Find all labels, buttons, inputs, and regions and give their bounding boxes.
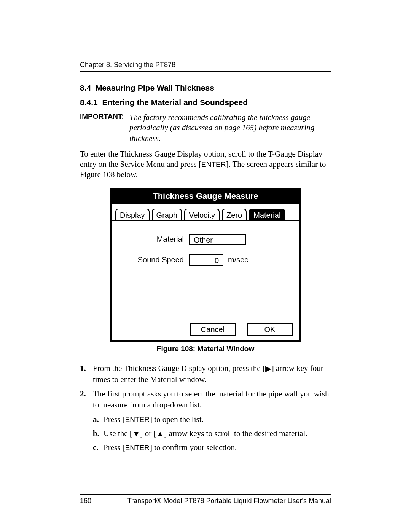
device-body: Material Other Sound Speed 0 m/sec — [112, 221, 299, 318]
step-2b-marker: b. — [93, 428, 104, 439]
subsection-heading: 8.4.1 Entering the Material and Soundspe… — [80, 98, 331, 107]
device-screen: Thickness Gauge Measure Display Graph Ve… — [110, 188, 301, 342]
key-enter-2a: ENTER — [125, 415, 150, 423]
tab-material[interactable]: Material — [249, 209, 285, 220]
subsection-title: Entering the Material and Soundspeed — [102, 98, 248, 107]
step-1: 1. From the Thickness Gauge Display opti… — [80, 363, 331, 385]
tab-velocity[interactable]: Velocity — [184, 209, 220, 220]
section-title: Measuring Pipe Wall Thickness — [96, 83, 214, 92]
step-2a-marker: a. — [93, 414, 104, 425]
soundspeed-input[interactable]: 0 — [189, 254, 223, 266]
tab-display[interactable]: Display — [115, 209, 150, 220]
tab-graph[interactable]: Graph — [152, 209, 182, 220]
key-enter-2c: ENTER — [125, 444, 150, 452]
step-2a-text-a: Press [ — [104, 415, 125, 424]
soundspeed-unit: m/sec — [228, 256, 248, 264]
section-heading: 8.4 Measuring Pipe Wall Thickness — [80, 83, 331, 93]
ok-button[interactable]: OK — [247, 323, 293, 336]
footer-title: Transport® Model PT878 Portable Liquid F… — [127, 497, 331, 505]
material-label: Material — [119, 235, 189, 244]
step-2c: c. Press [ENTER] to confirm your selecti… — [93, 442, 331, 453]
top-rule — [80, 71, 331, 72]
step-2b-text-a: Use the [ — [104, 429, 132, 438]
step-2-marker: 2. — [80, 388, 93, 456]
up-arrow-icon: ▲ — [156, 428, 164, 439]
page-number: 160 — [80, 497, 91, 505]
step-1-text-a: From the Thickness Gauge Display option,… — [93, 364, 265, 373]
steps-list: 1. From the Thickness Gauge Display opti… — [80, 363, 331, 456]
figure-caption: Figure 108: Material Window — [157, 345, 254, 353]
intro-paragraph: To enter the Thickness Gauge Display opt… — [80, 149, 331, 180]
page-footer: 160 Transport® Model PT878 Portable Liqu… — [80, 497, 331, 505]
step-2c-marker: c. — [93, 442, 104, 453]
bottom-rule — [80, 494, 331, 495]
figure-108: Thickness Gauge Measure Display Graph Ve… — [80, 188, 331, 353]
important-note: IMPORTANT: The factory recommends calibr… — [80, 112, 331, 144]
field-material: Material Other — [119, 234, 292, 245]
important-text: The factory recommends calibrating the t… — [129, 112, 331, 144]
cancel-button[interactable]: Cancel — [190, 323, 236, 336]
step-2-sublist: a. Press [ENTER] to open the list. b. Us… — [93, 414, 331, 453]
device-title: Thickness Gauge Measure — [112, 189, 299, 204]
material-select[interactable]: Other — [189, 234, 246, 245]
device-tabs: Display Graph Velocity Zero Material — [112, 206, 299, 221]
subsection-number: 8.4.1 — [80, 98, 98, 107]
step-2: 2. The first prompt asks you to select t… — [80, 388, 331, 456]
running-head: Chapter 8. Servicing the PT878 — [80, 61, 331, 69]
soundspeed-label: Sound Speed — [119, 256, 189, 264]
step-2a-text-b: ] to open the list. — [150, 415, 204, 424]
step-2b-text-b: ] or [ — [140, 429, 156, 438]
device-buttons: Cancel OK — [112, 318, 299, 340]
down-arrow-icon: ▼ — [132, 428, 140, 439]
important-label: IMPORTANT: — [80, 112, 129, 144]
step-1-marker: 1. — [80, 363, 93, 385]
right-arrow-icon: ▶ — [265, 363, 271, 374]
step-2-text: The first prompt asks you to select the … — [93, 389, 329, 409]
key-enter: ENTER — [201, 160, 226, 168]
step-2b: b. Use the [▼] or [▲] arrow keys to scro… — [93, 428, 331, 439]
step-2c-text-a: Press [ — [104, 443, 125, 452]
field-soundspeed: Sound Speed 0 m/sec — [119, 254, 292, 266]
step-2a: a. Press [ENTER] to open the list. — [93, 414, 331, 425]
step-2b-text-c: ] arrow keys to scroll to the desired ma… — [164, 429, 307, 438]
step-2c-text-b: ] to confirm your selection. — [150, 443, 237, 452]
page-content: Chapter 8. Servicing the PT878 8.4 Measu… — [80, 61, 331, 505]
section-number: 8.4 — [80, 83, 91, 92]
tab-zero[interactable]: Zero — [222, 209, 247, 220]
